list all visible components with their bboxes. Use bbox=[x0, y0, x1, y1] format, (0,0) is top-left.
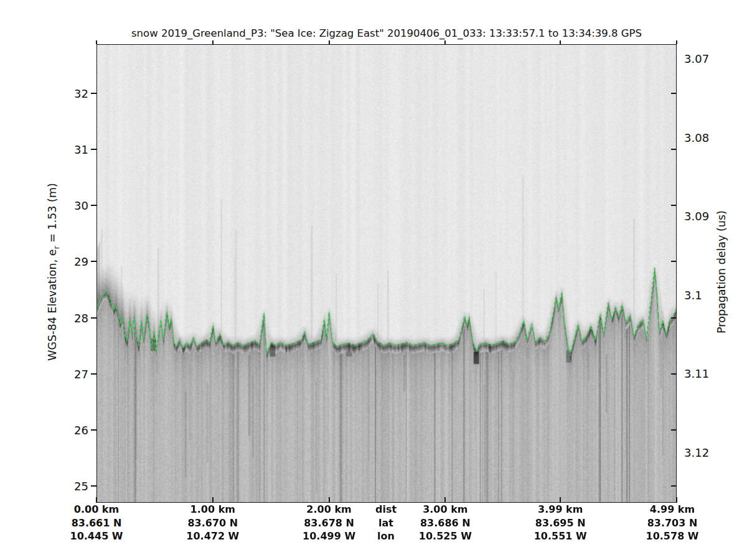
y-tick-mark bbox=[91, 429, 96, 431]
y-tick-mark bbox=[91, 485, 96, 487]
x-tick-mark-top bbox=[444, 40, 446, 44]
y-tick-label: 32 bbox=[55, 87, 88, 100]
y-tick-label: 27 bbox=[55, 367, 88, 380]
y-tick-mark bbox=[91, 373, 96, 375]
y-axis-label-left-suffix: = 1.53 (m) bbox=[46, 183, 59, 246]
x-lat-label: 83.670 N bbox=[186, 516, 239, 530]
x-tick-mark-top bbox=[212, 40, 214, 44]
x-dist-header: dist bbox=[375, 503, 397, 516]
plot-area bbox=[96, 44, 677, 503]
x-dist-label: 3.99 km bbox=[534, 503, 587, 516]
y-tick-mark-mirror bbox=[671, 205, 677, 206]
right-axis-tick-label: 3.09 bbox=[684, 210, 728, 223]
x-axis-column: 3.00 km83.686 N10.525 W bbox=[419, 503, 472, 543]
right-axis-tick-label: 3.11 bbox=[684, 367, 728, 380]
figure: snow 2019_Greenland_P3: "Sea Ice: Zigzag… bbox=[0, 0, 747, 560]
x-dist-label: 0.00 km bbox=[70, 503, 123, 516]
x-tick-mark-bottom bbox=[444, 497, 446, 503]
y-tick-mark-mirror bbox=[671, 373, 677, 375]
x-lat-label: 83.678 N bbox=[303, 516, 355, 530]
x-tick-mark-top bbox=[560, 40, 561, 44]
y-tick-label: 29 bbox=[55, 255, 88, 268]
y-tick-mark-mirror bbox=[671, 317, 677, 319]
x-tick-mark-bottom bbox=[212, 497, 214, 503]
x-lon-label: 10.472 W bbox=[186, 530, 239, 543]
x-lat-header: lat bbox=[375, 516, 397, 530]
y-tick-mark-mirror bbox=[671, 261, 677, 262]
right-axis-tick-label: 3.07 bbox=[684, 52, 728, 65]
y-axis-label-left-sub: r bbox=[52, 246, 61, 249]
x-tick-mark-bottom bbox=[560, 497, 561, 503]
x-lon-label: 10.525 W bbox=[419, 530, 472, 543]
x-lat-label: 83.661 N bbox=[70, 516, 123, 530]
x-lon-label: 10.499 W bbox=[303, 530, 355, 543]
y-axis-label-right: Propagation delay (us) bbox=[715, 210, 728, 334]
x-axis-column: 0.00 km83.661 N10.445 W bbox=[70, 503, 123, 543]
y-tick-mark-mirror bbox=[671, 93, 677, 94]
chart-title: snow 2019_Greenland_P3: "Sea Ice: Zigzag… bbox=[96, 27, 677, 39]
y-tick-mark-mirror bbox=[671, 485, 677, 487]
x-dist-label: 4.99 km bbox=[646, 503, 699, 516]
x-lon-label: 10.445 W bbox=[70, 530, 123, 543]
x-axis-column: 3.99 km83.695 N10.551 W bbox=[534, 503, 587, 543]
x-axis-column: 2.00 km83.678 N10.499 W bbox=[303, 503, 355, 543]
x-lon-label: 10.551 W bbox=[534, 530, 587, 543]
x-lat-label: 83.703 N bbox=[646, 516, 699, 530]
y-tick-mark-mirror bbox=[671, 149, 677, 150]
x-tick-mark-bottom bbox=[96, 497, 97, 503]
y-tick-mark-mirror bbox=[671, 429, 677, 431]
y-tick-mark bbox=[91, 205, 96, 206]
x-lat-label: 83.686 N bbox=[419, 516, 472, 530]
x-axis-column: 1.00 km83.670 N10.472 W bbox=[186, 503, 239, 543]
x-axis-header-column: distlatlon bbox=[375, 503, 397, 543]
x-tick-mark-top bbox=[676, 40, 677, 44]
x-tick-mark-bottom bbox=[329, 497, 330, 503]
y-tick-label: 25 bbox=[55, 479, 88, 492]
right-axis-tick-label: 3.08 bbox=[684, 131, 728, 144]
x-dist-label: 2.00 km bbox=[303, 503, 355, 516]
y-tick-mark bbox=[91, 149, 96, 150]
y-tick-label: 30 bbox=[55, 199, 88, 212]
x-lat-label: 83.695 N bbox=[534, 516, 587, 530]
y-tick-mark bbox=[91, 261, 96, 262]
right-axis-tick-label: 3.12 bbox=[684, 446, 728, 459]
y-tick-label: 31 bbox=[55, 143, 88, 156]
echogram-canvas bbox=[97, 45, 676, 502]
y-tick-mark bbox=[91, 93, 96, 94]
x-dist-label: 1.00 km bbox=[186, 503, 239, 516]
x-tick-mark-bottom bbox=[676, 497, 677, 503]
x-tick-mark-top bbox=[96, 40, 97, 44]
y-tick-label: 28 bbox=[55, 311, 88, 324]
right-axis-tick-label: 3.1 bbox=[684, 288, 728, 301]
x-dist-label: 3.00 km bbox=[419, 503, 472, 516]
x-axis-column: 4.99 km83.703 N10.578 W bbox=[646, 503, 699, 543]
x-lon-header: lon bbox=[375, 530, 397, 543]
x-lon-label: 10.578 W bbox=[646, 530, 699, 543]
x-tick-mark-top bbox=[329, 40, 330, 44]
y-tick-mark bbox=[91, 317, 96, 319]
y-tick-label: 26 bbox=[55, 423, 88, 436]
